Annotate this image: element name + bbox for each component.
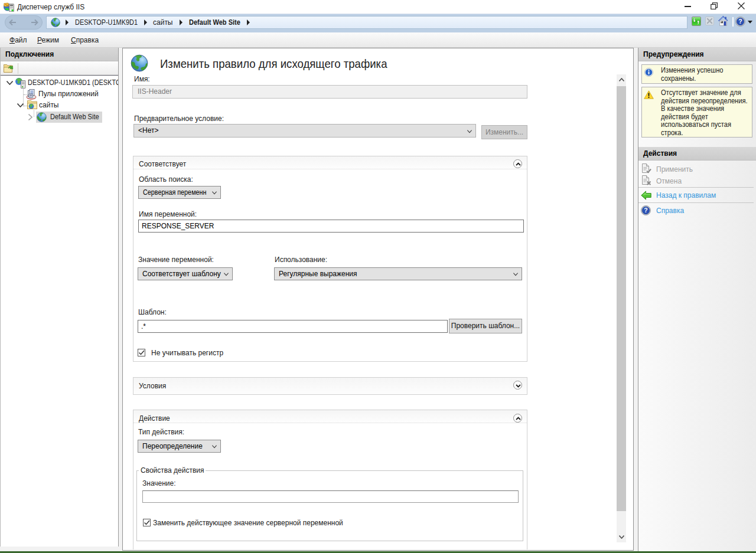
svg-text:?: ? [738, 18, 742, 25]
svg-text:?: ? [644, 207, 647, 214]
